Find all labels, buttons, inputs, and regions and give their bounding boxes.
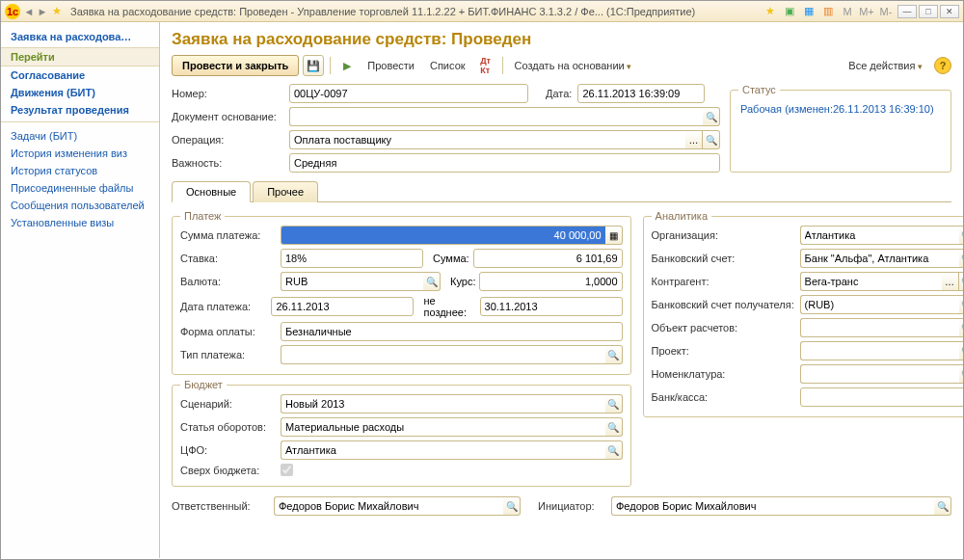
toolbar: Провести и закрыть 💾 ▶ Провести Список Д… bbox=[172, 55, 951, 76]
sum-input[interactable] bbox=[473, 249, 623, 268]
initiator-input[interactable] bbox=[611, 496, 934, 516]
mem-mminus[interactable]: M- bbox=[878, 4, 894, 19]
create-based-button[interactable]: Создать на основании bbox=[509, 56, 638, 75]
date-input[interactable] bbox=[577, 84, 705, 103]
course-input[interactable] bbox=[479, 272, 622, 291]
save-icon[interactable]: 💾 bbox=[303, 55, 324, 76]
budget-legend: Бюджет bbox=[180, 379, 227, 390]
sidebar-active[interactable]: Заявка на расходова… bbox=[1, 28, 159, 45]
search-icon[interactable]: 🔍 bbox=[959, 295, 963, 314]
sidebar-item-result[interactable]: Результат проведения bbox=[1, 101, 159, 119]
search-icon[interactable]: 🔍 bbox=[959, 341, 963, 360]
operation-input[interactable] bbox=[289, 130, 685, 149]
calc-obj-input[interactable] bbox=[800, 318, 959, 337]
calc-icon[interactable]: ▦ bbox=[605, 226, 623, 245]
bank-acc-label: Банковский счет: bbox=[652, 253, 796, 264]
bank-cash-input[interactable] bbox=[800, 387, 963, 407]
all-actions-button[interactable]: Все действия bbox=[843, 56, 928, 75]
mem-mplus[interactable]: M+ bbox=[859, 4, 874, 19]
search-icon[interactable]: 🔍 bbox=[605, 345, 623, 364]
search-icon[interactable]: 🔍 bbox=[959, 226, 963, 245]
amount-input[interactable] bbox=[281, 226, 605, 245]
pay-date-input[interactable] bbox=[271, 297, 414, 316]
status-text[interactable]: Рабочая (изменен:26.11.2013 16:39:10) bbox=[738, 99, 943, 119]
search-icon[interactable]: 🔍 bbox=[605, 440, 623, 460]
sidebar-item-visa-history[interactable]: История изменения виз bbox=[1, 145, 159, 162]
search-icon[interactable]: 🔍 bbox=[503, 496, 521, 516]
nav-back-icon[interactable]: ◄ bbox=[22, 5, 36, 18]
project-label: Проект: bbox=[652, 345, 796, 357]
rate-label: Ставка: bbox=[180, 253, 277, 264]
search-icon[interactable]: 🔍 bbox=[703, 107, 720, 126]
importance-input[interactable] bbox=[289, 153, 720, 173]
search-icon[interactable]: 🔍 bbox=[959, 249, 963, 268]
search-icon[interactable]: 🔍 bbox=[959, 364, 963, 384]
sidebar-item-movements[interactable]: Движения (БИТ) bbox=[1, 84, 159, 101]
tab-main[interactable]: Основные bbox=[172, 181, 251, 202]
search-icon[interactable]: 🔍 bbox=[934, 496, 951, 516]
maximize-button[interactable]: □ bbox=[919, 5, 938, 18]
calendar-icon[interactable]: ▥ bbox=[820, 4, 836, 19]
search-icon[interactable]: 🔍 bbox=[605, 394, 623, 413]
help-icon[interactable]: ? bbox=[934, 57, 951, 74]
search-icon[interactable]: 🔍 bbox=[423, 272, 441, 291]
dtkt-icon[interactable]: ДтКт bbox=[475, 55, 496, 76]
list-button[interactable]: Список bbox=[424, 56, 471, 75]
scenario-input[interactable] bbox=[281, 394, 605, 413]
search-icon[interactable]: 🔍 bbox=[703, 130, 720, 149]
recv-bank-label: Банковский счет получателя: bbox=[652, 299, 796, 310]
conduct-button[interactable]: Провести bbox=[362, 56, 420, 75]
conduct-close-button[interactable]: Провести и закрыть bbox=[172, 55, 299, 76]
star-icon[interactable]: ★ bbox=[49, 4, 65, 19]
sidebar-item-attached[interactable]: Присоединенные файлы bbox=[1, 179, 159, 197]
pay-type-input[interactable] bbox=[281, 345, 605, 364]
ellipsis-icon[interactable]: … bbox=[942, 272, 959, 291]
nomen-input[interactable] bbox=[800, 364, 959, 384]
pay-form-input[interactable] bbox=[281, 322, 623, 341]
number-label: Номер: bbox=[172, 88, 283, 99]
sidebar-item-visas[interactable]: Установленные визы bbox=[1, 214, 159, 231]
sidebar-item-status-history[interactable]: История статусов bbox=[1, 162, 159, 179]
scenario-label: Сценарий: bbox=[180, 398, 277, 410]
minimize-button[interactable]: — bbox=[897, 5, 917, 18]
turnover-input[interactable] bbox=[281, 417, 605, 437]
sidebar-item-messages[interactable]: Сообщения пользователей bbox=[1, 197, 159, 214]
project-input[interactable] bbox=[800, 341, 959, 360]
cfo-input[interactable] bbox=[281, 440, 605, 460]
responsible-input[interactable] bbox=[274, 496, 503, 516]
bank-cash-label: Банк/касса: bbox=[652, 391, 796, 403]
plus-icon[interactable]: ▣ bbox=[782, 4, 797, 19]
rate-input[interactable] bbox=[281, 249, 423, 268]
search-icon[interactable]: 🔍 bbox=[959, 318, 963, 337]
importance-label: Важность: bbox=[172, 157, 283, 169]
search-icon[interactable]: 🔍 bbox=[605, 417, 623, 437]
budget-fieldset: Бюджет Сценарий: 🔍 Статья оборотов: 🔍 bbox=[172, 379, 631, 487]
close-button[interactable]: ✕ bbox=[940, 5, 959, 18]
window-title: Заявка на расходование средств: Проведен… bbox=[67, 6, 763, 17]
page-title: Заявка на расходование средств: Проведен bbox=[172, 30, 951, 49]
sidebar-item-tasks[interactable]: Задачи (БИТ) bbox=[1, 127, 159, 145]
tab-other[interactable]: Прочее bbox=[253, 181, 318, 202]
calc-icon[interactable]: ▦ bbox=[801, 4, 817, 19]
analytics-fieldset: Аналитика Организация: 🔍 Банковский счет… bbox=[643, 210, 963, 417]
recv-bank-input[interactable] bbox=[800, 295, 959, 314]
conduct-icon[interactable]: ▶ bbox=[336, 55, 358, 76]
sum-label: Сумма: bbox=[433, 253, 469, 264]
ellipsis-icon[interactable]: … bbox=[685, 130, 703, 149]
counterparty-input[interactable] bbox=[800, 272, 942, 291]
org-input[interactable] bbox=[800, 226, 959, 245]
analytics-legend: Аналитика bbox=[652, 210, 711, 222]
bank-acc-input[interactable] bbox=[800, 249, 959, 268]
search-icon[interactable]: 🔍 bbox=[959, 272, 963, 291]
nav-fwd-icon[interactable]: ► bbox=[36, 5, 49, 18]
basis-label: Документ основание: bbox=[172, 111, 283, 122]
sidebar-item-approval[interactable]: Согласование bbox=[1, 67, 159, 84]
number-input[interactable] bbox=[289, 84, 528, 103]
basis-input[interactable] bbox=[289, 107, 703, 126]
initiator-label: Инициатор: bbox=[538, 500, 605, 512]
no-later-input[interactable] bbox=[480, 297, 623, 316]
fav-icon[interactable]: ★ bbox=[763, 4, 778, 19]
mem-m[interactable]: M bbox=[840, 4, 855, 19]
currency-input[interactable] bbox=[281, 272, 423, 291]
calc-obj-label: Объект расчетов: bbox=[652, 322, 796, 333]
